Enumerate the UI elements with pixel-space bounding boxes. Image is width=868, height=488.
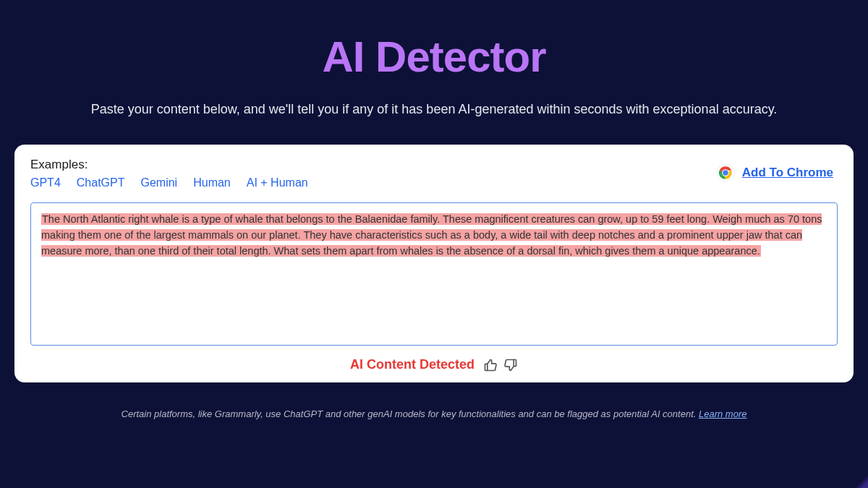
example-link-chatgpt[interactable]: ChatGPT [77, 176, 125, 189]
examples-block: Examples: GPT4 ChatGPT Gemini Human AI +… [30, 158, 308, 189]
examples-links: GPT4 ChatGPT Gemini Human AI + Human [30, 176, 308, 189]
example-link-human[interactable]: Human [193, 176, 231, 189]
chrome-cta[interactable]: Add To Chrome [716, 163, 833, 182]
thumbs-up-icon[interactable] [483, 358, 498, 372]
example-link-gemini[interactable]: Gemini [140, 176, 177, 189]
examples-label: Examples: [30, 158, 308, 172]
feedback-buttons [483, 358, 518, 372]
thumbs-down-icon[interactable] [503, 358, 518, 372]
result-row: AI Content Detected [30, 357, 838, 372]
example-link-ai-human[interactable]: AI + Human [247, 176, 308, 189]
detection-result: AI Content Detected [350, 357, 475, 372]
content-textarea[interactable]: The North Atlantic right whale is a type… [30, 202, 838, 346]
footer-disclaimer: Certain platforms, like Grammarly, use C… [0, 408, 868, 419]
card-header-row: Examples: GPT4 ChatGPT Gemini Human AI +… [30, 158, 838, 189]
analyzed-text: The North Atlantic right whale is a type… [41, 212, 827, 259]
chrome-icon [716, 163, 735, 182]
chrome-link-text[interactable]: Add To Chrome [742, 166, 833, 180]
example-link-gpt4[interactable]: GPT4 [30, 176, 61, 189]
subtitle: Paste your content below, and we'll tell… [0, 102, 868, 117]
highlighted-content: The North Atlantic right whale is a type… [41, 213, 822, 257]
footer-learn-more-link[interactable]: Learn more [699, 408, 746, 419]
footer-text: Certain platforms, like Grammarly, use C… [122, 408, 699, 419]
svg-point-2 [723, 170, 728, 176]
page-title: AI Detector [0, 0, 868, 82]
detector-card: Examples: GPT4 ChatGPT Gemini Human AI +… [14, 145, 854, 382]
